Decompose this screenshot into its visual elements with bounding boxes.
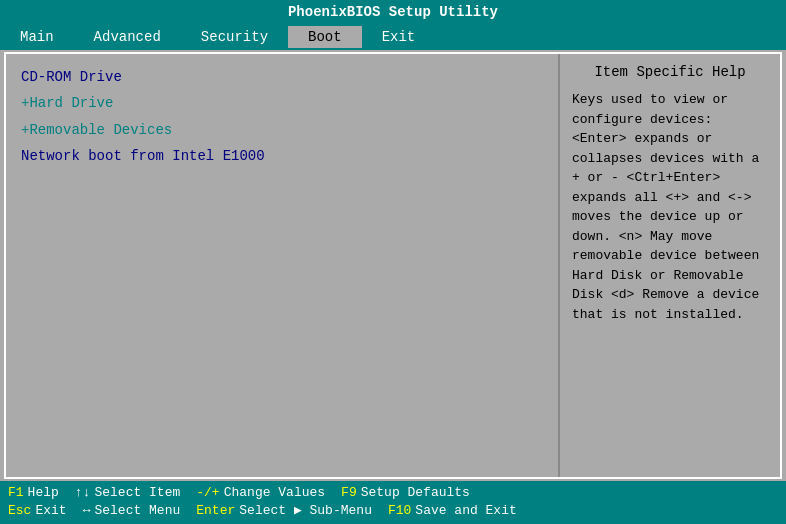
menu-bar: MainAdvancedSecurityBootExit <box>0 24 786 50</box>
key-label: F1 <box>8 485 24 500</box>
footer-row1: F1Help↑↓Select Item-/+Change ValuesF9Set… <box>8 485 778 502</box>
key-label: F10 <box>388 503 411 518</box>
key-symbol: ↔ <box>83 503 91 518</box>
help-text: Keys used to view or configure devices: … <box>572 90 768 324</box>
footer-key-group: ↑↓Select Item <box>75 485 180 500</box>
boot-item-2[interactable]: +Removable Devices <box>21 117 543 143</box>
boot-item-1[interactable]: +Hard Drive <box>21 90 543 116</box>
key-desc: Select ▶ Sub-Menu <box>239 502 372 518</box>
footer-key-group: EscExit <box>8 503 67 518</box>
key-label: Esc <box>8 503 31 518</box>
key-desc: Exit <box>35 503 66 518</box>
key-label: F9 <box>341 485 357 500</box>
boot-item-3[interactable]: Network boot from Intel E1000 <box>21 143 543 169</box>
boot-panel: CD-ROM Drive+Hard Drive+Removable Device… <box>6 54 560 477</box>
help-panel: Item Specific Help Keys used to view or … <box>560 54 780 477</box>
title-bar: PhoenixBIOS Setup Utility <box>0 0 786 24</box>
footer-key-group: ↔Select Menu <box>83 503 181 518</box>
content-area: CD-ROM Drive+Hard Drive+Removable Device… <box>4 52 782 479</box>
menu-item-security[interactable]: Security <box>181 26 288 48</box>
footer-key-group: F1Help <box>8 485 59 500</box>
key-desc: Save and Exit <box>415 503 516 518</box>
key-desc: Select Item <box>94 485 180 500</box>
footer-key-group: F9Setup Defaults <box>341 485 470 500</box>
bottom-bar: F1Help↑↓Select Item-/+Change ValuesF9Set… <box>0 481 786 524</box>
key-symbol: ↑↓ <box>75 485 91 500</box>
key-desc: Help <box>28 485 59 500</box>
key-desc: Change Values <box>224 485 325 500</box>
app-title: PhoenixBIOS Setup Utility <box>288 4 498 20</box>
footer-key-group: EnterSelect ▶ Sub-Menu <box>196 502 372 518</box>
key-desc: Select Menu <box>94 503 180 518</box>
boot-item-0[interactable]: CD-ROM Drive <box>21 64 543 90</box>
footer-key-group: F10Save and Exit <box>388 503 517 518</box>
footer-row2: EscExit↔Select MenuEnterSelect ▶ Sub-Men… <box>8 502 778 520</box>
menu-item-advanced[interactable]: Advanced <box>74 26 181 48</box>
key-desc: Setup Defaults <box>361 485 470 500</box>
key-label: Enter <box>196 503 235 518</box>
menu-item-boot[interactable]: Boot <box>288 26 362 48</box>
key-label: -/+ <box>196 485 219 500</box>
menu-item-exit[interactable]: Exit <box>362 26 436 48</box>
footer-key-group: -/+Change Values <box>196 485 325 500</box>
help-title: Item Specific Help <box>572 64 768 80</box>
menu-item-main[interactable]: Main <box>0 26 74 48</box>
